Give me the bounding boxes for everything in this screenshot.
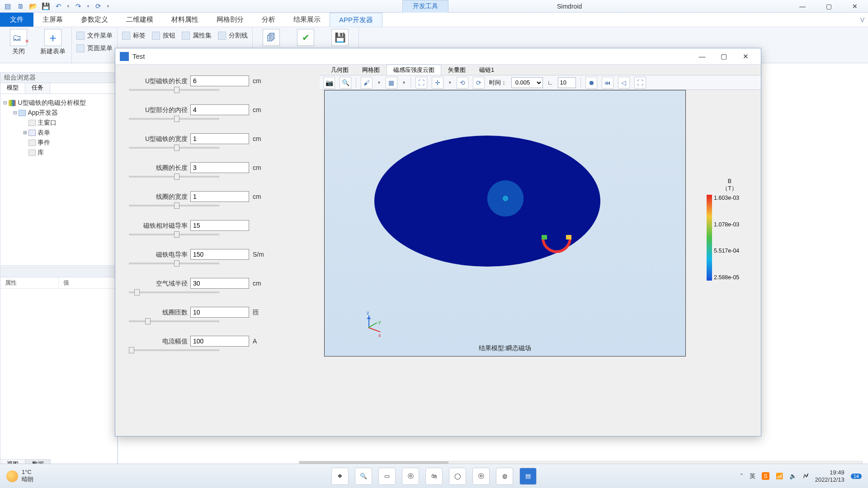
time-select[interactable]: 0.005: [511, 77, 543, 88]
tray-notifications-badge[interactable]: 14: [851, 474, 862, 479]
first-frame-icon[interactable]: ⏮: [602, 77, 613, 89]
browser-tab-tasks[interactable]: 任务: [25, 83, 50, 94]
param-slider[interactable]: [129, 147, 219, 149]
taskbar-dell-icon[interactable]: ◯: [449, 468, 466, 485]
qat-new-icon[interactable]: 🗎: [15, 1, 25, 11]
tray-wifi-icon[interactable]: 📶: [776, 473, 783, 479]
menu-mesh[interactable]: 网格剖分: [208, 13, 253, 27]
tree-mainwindow[interactable]: 主窗口: [38, 119, 57, 126]
window-minimize-icon[interactable]: —: [789, 0, 816, 13]
result-tab[interactable]: 磁感应强度云图: [387, 65, 441, 75]
record-icon[interactable]: ⏺: [585, 77, 597, 89]
tray-battery-icon[interactable]: 🗲: [803, 473, 809, 479]
qat-undo-icon[interactable]: ↶: [53, 1, 63, 11]
menu-appdev[interactable]: APP开发器: [330, 13, 382, 27]
task-view-icon[interactable]: ▭: [378, 468, 396, 485]
param-unit: cm: [253, 280, 261, 287]
taskbar-edge-icon[interactable]: ⓔ: [402, 468, 419, 485]
browser-tab-model[interactable]: 模型: [0, 83, 25, 94]
taskbar-app1-icon[interactable]: ◍: [496, 468, 513, 485]
param-slider[interactable]: [129, 89, 219, 91]
tree-appdev[interactable]: App开发器: [28, 109, 58, 116]
zoom-icon[interactable]: 🔍: [340, 77, 351, 89]
result-viewport[interactable]: z y x 结果模型:瞬态磁场: [324, 90, 686, 357]
ribbon-collapse-icon[interactable]: ⋁: [856, 13, 868, 27]
param-slider[interactable]: [129, 176, 219, 178]
palette-icon[interactable]: ▦: [386, 77, 397, 89]
tree-root[interactable]: U型磁铁的电磁分析模型: [18, 99, 85, 106]
param-slider[interactable]: [129, 205, 219, 206]
ribbon-close-button[interactable]: 🗂 关闭: [5, 29, 33, 63]
param-input[interactable]: [190, 249, 249, 260]
result-tab[interactable]: 几何图: [324, 65, 355, 75]
rotate-cw-icon[interactable]: ⟳: [473, 77, 485, 89]
ribbon-propset-button[interactable]: 属性集: [182, 31, 212, 41]
ribbon-separator-button[interactable]: 分割线: [218, 31, 248, 41]
param-input[interactable]: [190, 133, 249, 144]
menu-2dmodel[interactable]: 二维建模: [117, 13, 162, 27]
rotate-ccw-icon[interactable]: ⟲: [457, 77, 468, 89]
menu-file[interactable]: 文件: [0, 13, 33, 27]
param-input[interactable]: [190, 104, 249, 115]
dialog-minimize-icon[interactable]: —: [691, 52, 713, 60]
context-tab[interactable]: 开发工具: [402, 0, 448, 13]
param-input[interactable]: [190, 336, 249, 347]
param-slider[interactable]: [129, 234, 219, 235]
dialog-maximize-icon[interactable]: ▢: [713, 52, 735, 61]
param-slider[interactable]: [129, 118, 219, 120]
tree-library[interactable]: 库: [38, 149, 44, 156]
ribbon-newform-button[interactable]: ＋ 新建表单: [39, 29, 67, 63]
qat-redo-icon[interactable]: ↷: [73, 1, 83, 11]
param-slider[interactable]: [129, 320, 219, 322]
menu-params[interactable]: 参数定义: [72, 13, 117, 27]
qat-refresh-icon[interactable]: ⟳: [93, 1, 103, 11]
param-input[interactable]: [190, 278, 249, 289]
tray-ime[interactable]: 英: [750, 472, 755, 480]
fit-icon[interactable]: ⛶: [415, 77, 427, 89]
camera-icon[interactable]: 📷: [323, 77, 335, 89]
qat-open-icon[interactable]: 📂: [28, 1, 38, 11]
axes-icon[interactable]: ✛: [432, 77, 443, 89]
frame-input[interactable]: [558, 77, 576, 88]
tree-events[interactable]: 事件: [38, 139, 50, 146]
expand-icon[interactable]: ⛶: [634, 77, 646, 89]
prev-frame-icon[interactable]: ◁: [618, 77, 630, 89]
tray-volume-icon[interactable]: 🔈: [789, 473, 797, 479]
taskbar-ie-icon[interactable]: ⓔ: [472, 468, 490, 485]
result-tab[interactable]: 网格图: [355, 65, 387, 75]
param-input[interactable]: [190, 220, 249, 231]
param-slider[interactable]: [129, 349, 219, 351]
menu-home[interactable]: 主屏幕: [33, 13, 72, 27]
result-tab[interactable]: 矢量图: [441, 65, 472, 75]
start-button[interactable]: ❖: [331, 468, 349, 485]
tray-chevron-icon[interactable]: ˄: [740, 473, 743, 479]
menu-analysis[interactable]: 分析: [253, 13, 284, 27]
param-slider[interactable]: [129, 263, 219, 264]
taskbar-search-icon[interactable]: 🔍: [355, 468, 372, 485]
ribbon-button-button[interactable]: 按钮: [152, 31, 175, 41]
param-input[interactable]: [190, 191, 249, 202]
result-tab[interactable]: 磁链1: [472, 65, 501, 75]
tray-clock[interactable]: 19:49 2022/12/13: [815, 469, 844, 483]
brush-icon[interactable]: 🖌: [361, 77, 373, 89]
taskbar-store-icon[interactable]: 🛍: [425, 468, 443, 485]
menu-results[interactable]: 结果展示: [284, 13, 330, 27]
taskbar-weather[interactable]: 1°C晴朗: [0, 469, 40, 483]
dialog-close-icon[interactable]: ✕: [735, 52, 756, 61]
param-input[interactable]: [190, 162, 249, 173]
ribbon-pagemenu-button[interactable]: 页面菜单: [76, 43, 113, 53]
model-tree[interactable]: ⊟U型磁铁的电磁分析模型 ⊟App开发器 主窗口 ⊞表单 事件 库: [0, 94, 118, 266]
ribbon-filemenu-button[interactable]: 文件菜单: [76, 31, 113, 41]
param-input[interactable]: [190, 75, 249, 86]
tray-sogou-icon[interactable]: S: [762, 472, 769, 480]
param-input[interactable]: [190, 307, 249, 318]
param-slider[interactable]: [129, 291, 219, 293]
tree-forms[interactable]: 表单: [38, 129, 50, 136]
menu-material[interactable]: 材料属性: [162, 13, 208, 27]
parameter-form: U型磁铁的长度cmU型部分的内径cmU型磁铁的宽度cm线圈的长度cm线圈的宽度c…: [115, 65, 320, 436]
qat-save-icon[interactable]: 💾: [41, 1, 51, 11]
ribbon-label-button[interactable]: 标签: [122, 31, 146, 41]
window-close-icon[interactable]: ✕: [842, 0, 868, 13]
window-maximize-icon[interactable]: ▢: [816, 0, 842, 13]
taskbar-simdroid-icon[interactable]: ▤: [519, 468, 537, 485]
